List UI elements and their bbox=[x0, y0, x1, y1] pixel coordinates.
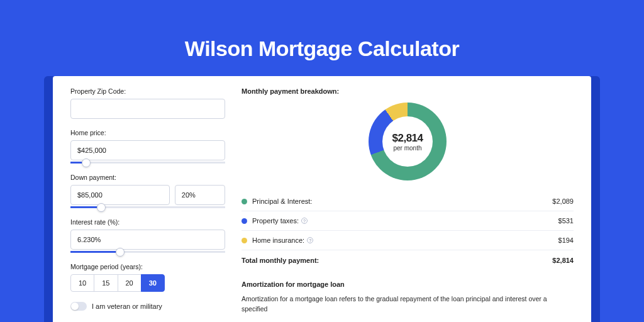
donut-chart-wrap: $2,814 per month bbox=[242, 103, 574, 180]
donut-amount: $2,814 bbox=[392, 132, 423, 145]
donut-sub: per month bbox=[393, 145, 421, 152]
interest-field-group: Interest rate (%): bbox=[70, 218, 225, 253]
down-payment-slider-handle[interactable] bbox=[97, 203, 106, 212]
legend-row-insurance: Home insurance: ? $194 bbox=[242, 231, 574, 250]
zip-input[interactable] bbox=[70, 99, 225, 119]
period-field-group: Mortgage period (years): 10 15 20 30 bbox=[70, 263, 225, 292]
period-btn-10[interactable]: 10 bbox=[70, 274, 94, 292]
legend-value-insurance: $194 bbox=[558, 236, 574, 244]
breakdown-column: Monthly payment breakdown: $2,814 per mo… bbox=[242, 87, 574, 322]
home-price-slider-handle[interactable] bbox=[82, 158, 91, 167]
home-price-field-group: Home price: bbox=[70, 129, 225, 164]
interest-label: Interest rate (%): bbox=[70, 218, 225, 226]
down-payment-pct-input[interactable] bbox=[175, 185, 225, 205]
period-label: Mortgage period (years): bbox=[70, 263, 225, 270]
interest-input[interactable] bbox=[70, 230, 225, 250]
home-price-input[interactable] bbox=[70, 140, 225, 160]
legend-row-principal: Principal & Interest: $2,089 bbox=[242, 192, 574, 211]
info-icon[interactable]: ? bbox=[307, 237, 313, 243]
interest-slider-fill bbox=[70, 251, 120, 253]
veteran-toggle-row: I am veteran or military bbox=[70, 302, 225, 311]
calculator-card: Property Zip Code: Home price: Down paym… bbox=[53, 76, 591, 322]
legend-value-taxes: $531 bbox=[558, 217, 574, 225]
info-icon[interactable]: ? bbox=[301, 218, 308, 224]
legend-label-taxes: Property taxes: ? bbox=[252, 217, 558, 225]
amortization-body: Amortization for a mortgage loan refers … bbox=[242, 294, 574, 314]
dot-icon-green bbox=[242, 199, 247, 204]
down-payment-label: Down payment: bbox=[70, 174, 225, 181]
breakdown-title: Monthly payment breakdown: bbox=[242, 87, 574, 95]
period-btn-15[interactable]: 15 bbox=[94, 274, 118, 292]
total-label: Total monthly payment: bbox=[242, 257, 552, 264]
veteran-toggle[interactable] bbox=[70, 302, 87, 311]
period-btn-30[interactable]: 30 bbox=[141, 274, 165, 292]
dot-icon-blue bbox=[242, 218, 247, 224]
dot-icon-yellow bbox=[242, 238, 247, 243]
zip-field-group: Property Zip Code: bbox=[70, 87, 225, 119]
donut-center: $2,814 per month bbox=[382, 116, 433, 167]
total-row: Total monthly payment: $2,814 bbox=[242, 250, 574, 270]
interest-slider[interactable] bbox=[70, 251, 225, 253]
down-payment-input[interactable] bbox=[70, 185, 170, 205]
veteran-toggle-knob bbox=[71, 303, 79, 310]
veteran-label: I am veteran or military bbox=[92, 303, 162, 310]
donut-chart: $2,814 per month bbox=[369, 103, 447, 180]
down-payment-field-group: Down payment: bbox=[70, 174, 225, 208]
zip-label: Property Zip Code: bbox=[70, 87, 225, 95]
card-shadow: Property Zip Code: Home price: Down paym… bbox=[44, 76, 600, 322]
down-payment-slider[interactable] bbox=[70, 206, 225, 208]
period-btn-20[interactable]: 20 bbox=[118, 274, 142, 292]
legend-value-principal: $2,089 bbox=[552, 197, 574, 205]
home-price-label: Home price: bbox=[70, 129, 225, 136]
total-value: $2,814 bbox=[552, 257, 574, 264]
interest-slider-handle[interactable] bbox=[116, 248, 125, 257]
amortization-title: Amortization for mortgage loan bbox=[242, 280, 574, 288]
legend-label-principal: Principal & Interest: bbox=[252, 197, 552, 205]
form-column: Property Zip Code: Home price: Down paym… bbox=[70, 87, 225, 322]
legend-row-taxes: Property taxes: ? $531 bbox=[242, 211, 574, 231]
page-title: Wilson Mortgage Calculator bbox=[38, 25, 606, 76]
legend-label-insurance: Home insurance: ? bbox=[252, 236, 558, 244]
home-price-slider[interactable] bbox=[70, 162, 225, 164]
period-buttons: 10 15 20 30 bbox=[70, 274, 225, 292]
